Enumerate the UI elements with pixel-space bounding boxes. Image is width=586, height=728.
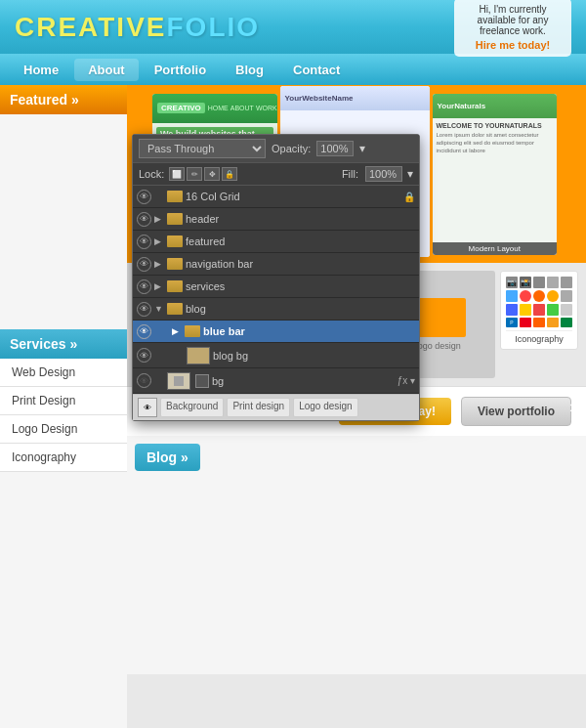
services-sidebar-header[interactable]: Services » [0, 329, 127, 359]
layer-thumb-bg [167, 372, 190, 390]
hire-cta-header[interactable]: Hire me today! [476, 39, 550, 51]
expand-icon[interactable]: ▶ [172, 326, 182, 336]
eye-icon[interactable]: 👁 [137, 324, 151, 339]
iconography-label: Iconography [506, 330, 572, 344]
folder-icon [167, 303, 183, 315]
featured-item-3: YourNaturals WELCOME TO YOURNATURALS Lor… [433, 94, 558, 255]
layer-row-featured[interactable]: 👁 ▶ featured [133, 231, 419, 253]
label-logo-design: Logo design [293, 398, 358, 417]
blog-content [127, 479, 586, 674]
layers-list: 👁 16 Col Grid 🔒 👁 ▶ header [133, 186, 419, 394]
layer-row-navbar[interactable]: 👁 ▶ navigation bar [133, 253, 419, 276]
expand-icon[interactable]: ▼ [154, 304, 164, 314]
eye-icon[interactable]: 👁 [137, 190, 151, 204]
expand-icon[interactable]: ▶ [154, 214, 164, 224]
sidebar-item-logodesign[interactable]: Logo Design [0, 415, 127, 444]
eye-toggle-btn[interactable]: 👁 [138, 398, 157, 417]
eye-icon[interactable]: 👁 [137, 348, 151, 363]
layer-name-services: services [186, 280, 415, 292]
main-area: Featured » Services » Web Design Print D… [0, 85, 586, 728]
lock-transparent-btn[interactable]: ⬜ [169, 167, 185, 181]
opacity-label: Opacity: [272, 143, 311, 154]
lock-icon: 🔒 [403, 192, 415, 202]
layer-name-featured: featured [186, 236, 415, 247]
folder-icon [185, 325, 200, 337]
nav-about[interactable]: About [74, 59, 139, 81]
eye-icon[interactable]: 👁 [137, 212, 151, 227]
folder-icon [167, 236, 183, 247]
next-arrow[interactable]: » [565, 397, 583, 417]
expand-icon[interactable]: ▶ [154, 259, 164, 269]
nav-portfolio[interactable]: Portfolio [141, 59, 220, 81]
eye-icon[interactable]: 👁 [137, 373, 151, 388]
layer-name-header: header [186, 213, 415, 225]
folder-icon [167, 213, 183, 225]
fill-chevron-icon: ▾ [407, 167, 413, 181]
layer-thumb2-bg [195, 374, 209, 388]
layer-row-bluebar[interactable]: 👁 ▶ blue bar [133, 321, 419, 343]
opacity-input[interactable] [316, 141, 354, 156]
nav-contact[interactable]: Contact [279, 59, 354, 81]
lock-pixels-btn[interactable]: ✏ [187, 167, 202, 181]
blog-header[interactable]: Blog » [135, 444, 200, 471]
featured-sidebar-header[interactable]: Featured » [0, 85, 127, 114]
folder-icon [167, 258, 183, 270]
layer-name-navbar: navigation bar [186, 258, 415, 270]
layer-row-services[interactable]: 👁 ▶ services [133, 276, 419, 298]
hire-text: Hi, I'm currently available for any free… [464, 4, 562, 36]
services-title: Services » [10, 336, 77, 352]
eye-icon[interactable]: 👁 [137, 235, 151, 249]
hire-box[interactable]: Hi, I'm currently available for any free… [454, 0, 571, 57]
nav-home[interactable]: Home [10, 59, 72, 81]
logo: CREATIVEFOLIO [15, 12, 260, 43]
header: CREATIVEFOLIO Hi, I'm currently availabl… [0, 0, 586, 54]
nav-blog[interactable]: Blog [222, 59, 277, 81]
layer-name-16colgrid: 16 Col Grid [186, 191, 400, 202]
sidebar-item-printdesign[interactable]: Print Design [0, 387, 127, 415]
sidebar-item-webdesign[interactable]: Web Design [0, 359, 127, 387]
navigation: Home About Portfolio Blog Contact [0, 54, 586, 85]
expand-icon[interactable]: ▶ [154, 281, 164, 291]
sidebar: Featured » Services » Web Design Print D… [0, 85, 127, 728]
lock-label: Lock: [139, 168, 164, 180]
lock-all-btn[interactable]: 🔒 [222, 167, 237, 181]
label-print-design: Print design [227, 398, 290, 417]
fill-label: Fill: [342, 168, 358, 180]
fill-input[interactable] [365, 166, 402, 182]
layer-thumb-blogbg [187, 347, 210, 364]
sidebar-item-iconography[interactable]: Iconography [0, 444, 127, 472]
photoshop-panel: Pass Through Opacity: ▾ Lock: ⬜ ✏ ✥ 🔒 Fi [132, 134, 420, 421]
layer-row-header[interactable]: 👁 ▶ header [133, 208, 419, 231]
label-background: Background [160, 398, 224, 417]
layer-name-blog: blog [186, 303, 415, 315]
lock-position-btn[interactable]: ✥ [204, 167, 220, 181]
blend-mode-select[interactable]: Pass Through [139, 139, 266, 158]
eye-icon[interactable]: 👁 [137, 302, 151, 317]
iconography-panel: 📷 📸 [500, 271, 578, 350]
eye-icon[interactable]: 👁 [137, 257, 151, 272]
expand-icon[interactable]: ▶ [154, 236, 164, 246]
layer-row-blog[interactable]: 👁 ▼ blog [133, 298, 419, 321]
layer-row-blogbg[interactable]: 👁 blog bg [133, 343, 419, 368]
layer-name-bg: bg [212, 375, 395, 387]
chevron-down-icon: ▾ [359, 142, 365, 155]
eye-icon[interactable]: 👁 [137, 279, 151, 294]
folder-icon [167, 191, 183, 202]
layer-row-bg[interactable]: 👁 bg ƒx ▾ [133, 368, 419, 394]
featured-title: Featured » [10, 92, 79, 107]
services-sidebar-section: Services » Web Design Print Design Logo … [0, 329, 127, 472]
content-area: « CREATIVO HOMEABOUTWORKCON We build web… [127, 85, 586, 728]
logo-folio: FOLIO [167, 12, 261, 42]
fx-label: ƒx ▾ [398, 375, 415, 386]
folder-icon [167, 280, 183, 292]
panel-bottom-bar: 👁 Background Print design Logo design [133, 394, 419, 420]
layer-name-blogbg: blog bg [213, 350, 415, 362]
logo-creative: CREATIVE [15, 12, 167, 42]
layer-row-16colgrid[interactable]: 👁 16 Col Grid 🔒 [133, 186, 419, 208]
blog-section: Blog » [127, 436, 586, 479]
portfolio-button[interactable]: View portfolio [461, 397, 571, 426]
layer-name-bluebar: blue bar [203, 325, 415, 337]
